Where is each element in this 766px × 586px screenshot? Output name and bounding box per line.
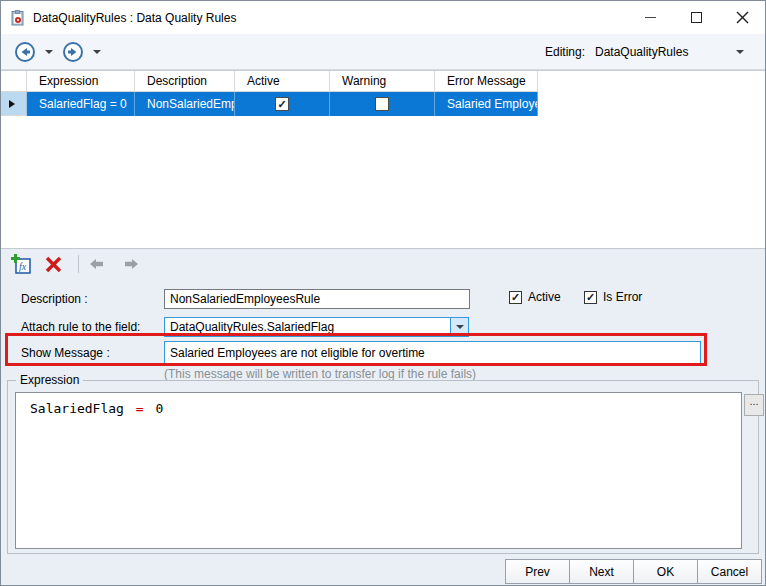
maximize-icon <box>691 12 702 23</box>
ok-button[interactable]: OK <box>633 559 698 584</box>
expression-builder-button[interactable]: ... <box>744 394 764 416</box>
toolbar-separator <box>78 255 79 273</box>
add-rule-button[interactable]: fx <box>11 254 33 275</box>
row-selector-cell[interactable] <box>1 92 27 116</box>
back-icon <box>14 41 36 63</box>
checkbox-icon <box>509 291 522 304</box>
rules-grid: Expression Description Active Warning Er… <box>1 70 765 248</box>
data-quality-rules-window: DataQualityRules : Data Quality Rules <box>0 0 766 586</box>
column-header-description[interactable]: Description <box>135 71 235 92</box>
prev-button[interactable]: Prev <box>505 559 570 584</box>
expression-operator: = <box>136 401 144 416</box>
previous-rule-button[interactable] <box>89 258 104 270</box>
svg-text:fx: fx <box>19 261 27 272</box>
editing-selector: Editing: DataQualityRules <box>545 41 751 63</box>
table-row[interactable]: SalariedFlag = 0 NonSalariedEmpl... Sala… <box>1 92 765 116</box>
expression-left: SalariedFlag <box>30 401 124 416</box>
gray-back-arrow-icon <box>89 258 104 270</box>
active-checkbox[interactable] <box>275 97 289 111</box>
cell-description: NonSalariedEmpl... <box>135 92 235 116</box>
description-label: Description : <box>21 292 88 306</box>
window-controls <box>627 1 765 34</box>
app-icon <box>10 10 26 26</box>
cell-active <box>235 92 330 116</box>
cell-expression: SalariedFlag = 0 <box>27 92 135 116</box>
grid-header: Expression Description Active Warning Er… <box>1 71 765 92</box>
show-message-label: Show Message : <box>21 346 110 360</box>
maximize-button[interactable] <box>673 1 719 34</box>
column-header-warning[interactable]: Warning <box>330 71 435 92</box>
minimize-icon <box>645 17 656 18</box>
warning-checkbox[interactable] <box>375 97 389 111</box>
is-error-label: Is Error <box>603 290 642 304</box>
column-header-active[interactable]: Active <box>235 71 330 92</box>
back-button[interactable] <box>13 40 37 64</box>
is-error-checkbox[interactable]: Is Error <box>584 290 642 304</box>
attach-field-dropdown-button[interactable] <box>450 318 468 336</box>
expression-editor[interactable]: SalariedFlag = 0 <box>15 392 742 549</box>
add-rule-fx-icon: fx <box>11 254 33 275</box>
forward-button[interactable] <box>61 40 85 64</box>
delete-x-icon <box>45 256 62 273</box>
expression-right: 0 <box>155 401 163 416</box>
minimize-button[interactable] <box>627 1 673 34</box>
column-header-error-message[interactable]: Error Message <box>435 71 538 92</box>
rule-detail-panel: fx <box>1 248 765 586</box>
gray-forward-arrow-icon <box>124 258 139 270</box>
footer-buttons: Prev Next OK Cancel <box>506 559 762 584</box>
forward-dropdown-caret[interactable] <box>93 50 101 54</box>
title-bar: DataQualityRules : Data Quality Rules <box>1 1 765 34</box>
window-title: DataQualityRules : Data Quality Rules <box>33 11 236 25</box>
nav-group <box>13 40 104 64</box>
attach-field-label: Attach rule to the field: <box>21 320 140 334</box>
active-detail-label: Active <box>528 290 561 304</box>
cell-warning <box>330 92 435 116</box>
delete-rule-button[interactable] <box>45 256 62 273</box>
close-icon <box>736 11 749 24</box>
close-button[interactable] <box>719 1 765 34</box>
editing-combobox[interactable]: DataQualityRules <box>591 41 751 63</box>
show-message-hint: (This message will be written to transfe… <box>164 367 476 381</box>
description-input[interactable] <box>164 289 470 309</box>
editing-caret-icon <box>736 50 744 54</box>
attach-field-combobox[interactable]: DataQualityRules.SalariedFlag <box>164 317 469 337</box>
current-row-marker-icon <box>9 100 15 108</box>
back-dropdown-caret[interactable] <box>45 50 53 54</box>
dropdown-caret-icon <box>456 325 464 329</box>
checkbox-icon <box>584 291 597 304</box>
editing-value: DataQualityRules <box>595 45 688 59</box>
show-message-input[interactable] <box>164 341 701 364</box>
active-detail-checkbox[interactable]: Active <box>509 290 561 304</box>
forward-icon <box>62 41 84 63</box>
next-rule-button[interactable] <box>124 258 139 270</box>
next-button[interactable]: Next <box>569 559 634 584</box>
navigation-toolbar: Editing: DataQualityRules <box>1 34 765 70</box>
editing-label: Editing: <box>545 45 585 59</box>
cell-error-message: Salaried Employe... <box>435 92 538 116</box>
attach-field-value: DataQualityRules.SalariedFlag <box>165 318 450 336</box>
expression-groupbox: Expression SalariedFlag = 0 ... <box>7 380 759 554</box>
expression-group-label: Expression <box>16 373 83 387</box>
row-selector-header <box>1 71 27 92</box>
column-header-expression[interactable]: Expression <box>27 71 135 92</box>
cancel-button[interactable]: Cancel <box>697 559 762 584</box>
detail-toolbar: fx <box>1 249 765 279</box>
